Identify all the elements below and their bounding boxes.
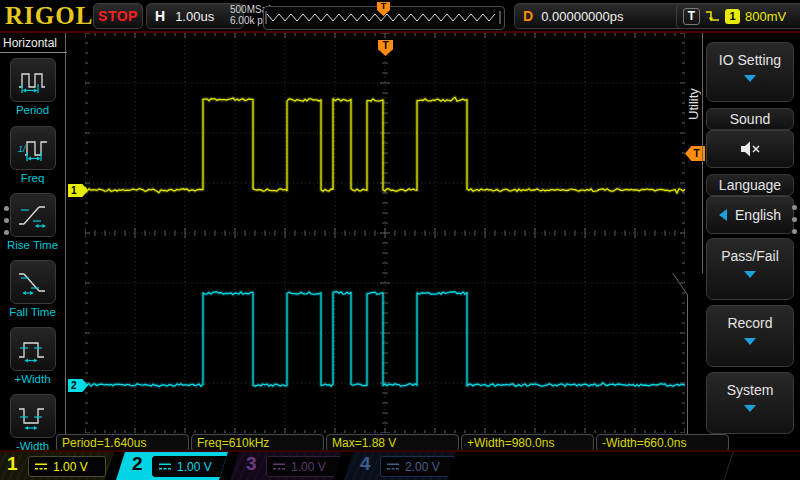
- fall-time-meas-icon: [10, 260, 56, 304]
- delay-display: D 0.00000000ps: [514, 3, 688, 29]
- delay-label: D: [523, 8, 533, 24]
- neg-width-meas-icon: [10, 394, 56, 438]
- pos-width-meas-icon: [10, 327, 56, 371]
- menu-item-fall-time[interactable]: Fall Time: [0, 260, 65, 318]
- trigger-source-badge: 1: [725, 9, 740, 24]
- right-page-dots: [792, 198, 798, 241]
- io-setting-button[interactable]: IO Setting: [706, 42, 794, 102]
- sound-button[interactable]: [706, 130, 794, 168]
- channel-status-2[interactable]: 21.00 V: [116, 452, 228, 480]
- waveform-display: [85, 33, 685, 433]
- trigger-level-value: 800mV: [745, 9, 786, 24]
- channel-status-4[interactable]: 42.00 V: [344, 452, 456, 480]
- menu-item-freq[interactable]: 1/ Freq: [0, 126, 65, 184]
- language-button[interactable]: English: [706, 196, 794, 234]
- channel-status-1[interactable]: 11.00 V: [0, 452, 114, 480]
- falling-edge-icon: [705, 9, 720, 23]
- utility-menu: Utility IO Setting Sound Language Englis…: [685, 33, 800, 452]
- coupling-dc-icon: [386, 462, 400, 471]
- chevron-left-icon: [719, 209, 727, 221]
- chevron-down-icon: [744, 75, 756, 82]
- channel-status-3[interactable]: 31.00 V: [230, 452, 342, 480]
- svg-text:1/: 1/: [18, 144, 27, 154]
- channel-scale: 2.00 V: [380, 456, 458, 477]
- channel-scale: 1.00 V: [28, 456, 106, 477]
- chevron-down-icon: [744, 405, 756, 412]
- oscilloscope-screen: RIGOL STOP H 1.00us 500MSa/s 6.00k pts T…: [0, 0, 800, 480]
- language-label: Language: [706, 174, 794, 196]
- channel-scale: 1.00 V: [266, 456, 344, 477]
- horizontal-label: H: [155, 8, 165, 24]
- freq-meas-icon: 1/: [10, 126, 56, 170]
- channel-number: 4: [360, 453, 371, 475]
- chevron-down-icon: [744, 271, 756, 278]
- channel-scale: 1.00 V: [152, 456, 230, 477]
- pass-fail-button[interactable]: Pass/Fail: [706, 238, 794, 300]
- run-state-button[interactable]: STOP: [93, 3, 143, 29]
- rigol-logo: RIGOL: [5, 2, 93, 30]
- coupling-dc-icon: [158, 462, 172, 471]
- status-bar-divider: [723, 452, 733, 480]
- menu-item-pos-width[interactable]: +Width: [0, 327, 65, 385]
- timebase-value: 1.00us: [175, 9, 214, 24]
- channel-bar: 11.00 V21.00 V31.00 V42.00 V: [0, 452, 800, 480]
- left-measure-menu: Horizontal Period 1/: [0, 33, 66, 452]
- chevron-down-icon: [744, 338, 756, 345]
- channel-number: 3: [246, 453, 257, 475]
- utility-tab-label: Utility: [686, 61, 702, 147]
- rise-time-meas-icon: [10, 193, 56, 237]
- delay-value: 0.00000000ps: [541, 9, 623, 24]
- menu-item-period[interactable]: Period: [0, 58, 65, 116]
- measure-menu-title: Horizontal: [0, 35, 67, 53]
- graticule: [85, 33, 685, 433]
- trigger-status: T 1 800mV: [676, 3, 800, 29]
- run-state-label: STOP: [98, 8, 138, 24]
- coupling-dc-icon: [34, 462, 48, 471]
- sound-label: Sound: [706, 108, 794, 130]
- period-meas-icon: [10, 58, 56, 102]
- language-value: English: [735, 207, 781, 223]
- channel-number: 1: [7, 453, 18, 475]
- coupling-dc-icon: [272, 462, 286, 471]
- left-page-dots: [4, 199, 10, 242]
- record-button[interactable]: Record: [706, 305, 794, 367]
- channel-number: 2: [132, 453, 143, 475]
- system-button[interactable]: System: [706, 372, 794, 434]
- speaker-muted-icon: [738, 140, 762, 158]
- trigger-label: T: [683, 8, 700, 25]
